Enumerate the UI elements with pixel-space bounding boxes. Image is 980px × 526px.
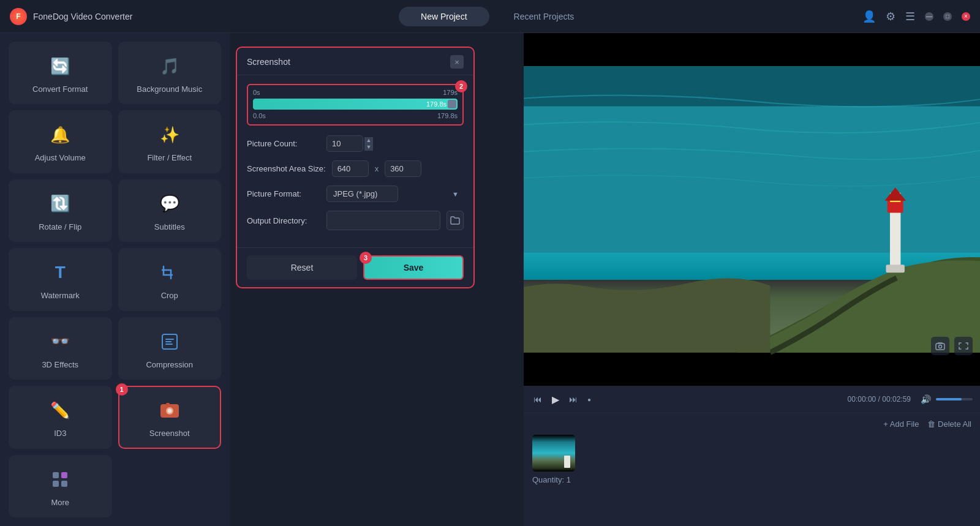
sidebar-item-more[interactable]: More bbox=[9, 455, 112, 517]
user-icon[interactable]: 👤 bbox=[862, 10, 876, 23]
recent-projects-tab[interactable]: Recent Projects bbox=[492, 7, 597, 26]
modal-footer: Reset 3 Save bbox=[237, 247, 473, 287]
compression-label: Compression bbox=[146, 360, 193, 369]
picture-format-label: Picture Format: bbox=[247, 189, 320, 198]
timeline-bottom-labels: 0.0s 179.8s bbox=[253, 112, 458, 119]
svg-rect-8 bbox=[61, 481, 67, 487]
3d-effects-label: 3D Effects bbox=[42, 360, 78, 369]
spinner-up-button[interactable]: ▲ bbox=[364, 137, 373, 144]
titlebar-center: New Project Recent Projects bbox=[399, 7, 596, 26]
time-display: 00:00:00 / 00:02:59 bbox=[848, 395, 911, 404]
picture-count-input[interactable] bbox=[326, 135, 363, 152]
height-input[interactable] bbox=[385, 160, 421, 177]
rotate-flip-icon: 🔃 bbox=[47, 190, 74, 217]
volume-bar[interactable] bbox=[936, 398, 973, 400]
svg-rect-9 bbox=[524, 33, 980, 66]
video-overlay-icons bbox=[931, 337, 973, 355]
titlebar-right: 👤 ⚙ ☰ — □ × bbox=[862, 10, 970, 23]
file-list: Quantity: 1 bbox=[532, 435, 971, 484]
screenshot-overlay-button[interactable] bbox=[931, 337, 949, 355]
fullscreen-button[interactable] bbox=[954, 337, 973, 355]
modal-close-button[interactable]: × bbox=[450, 55, 464, 69]
new-project-tab[interactable]: New Project bbox=[399, 7, 489, 26]
output-directory-label: Output Directory: bbox=[247, 216, 320, 225]
titlebar: F FoneDog Video Converter New Project Re… bbox=[0, 0, 980, 33]
sidebar-item-adjust-volume[interactable]: 🔔 Adjust Volume bbox=[9, 110, 112, 173]
sidebar-item-watermark[interactable]: T Watermark bbox=[9, 248, 112, 310]
add-file-button[interactable]: + Add File bbox=[883, 419, 919, 429]
output-directory-input[interactable] bbox=[326, 211, 440, 230]
size-x-separator: x bbox=[375, 164, 379, 173]
crop-label: Crop bbox=[161, 291, 178, 300]
svg-rect-13 bbox=[890, 206, 900, 266]
sidebar-item-compression[interactable]: Compression bbox=[118, 317, 222, 380]
modal-title: Screenshot bbox=[247, 57, 290, 67]
record-button[interactable]: ● bbox=[585, 394, 594, 405]
save-button[interactable]: Save bbox=[364, 257, 462, 279]
maximize-button[interactable]: □ bbox=[943, 12, 952, 21]
timeline-container: 2 0s 179s 179.8s 0.0s 179.8s bbox=[247, 84, 464, 126]
sidebar-item-convert-format[interactable]: 🔄 Convert Format bbox=[9, 42, 112, 104]
folder-browse-button[interactable] bbox=[447, 211, 464, 230]
background-music-icon: 🎵 bbox=[156, 53, 183, 80]
timeline-end-label: 179s bbox=[443, 89, 458, 96]
file-thumbnail[interactable] bbox=[532, 435, 575, 472]
background-music-label: Background Music bbox=[137, 85, 202, 94]
spinner-down-button[interactable]: ▼ bbox=[364, 144, 373, 151]
svg-rect-10 bbox=[524, 353, 980, 386]
compression-icon bbox=[156, 328, 183, 355]
titlebar-left: F FoneDog Video Converter bbox=[10, 8, 132, 25]
main-layout: 🔄 Convert Format 🎵 Background Music 🔔 Ad… bbox=[0, 33, 980, 526]
screenshot-modal: Screenshot × 2 0s 179s 179.8s bbox=[236, 47, 475, 288]
picture-format-row: Picture Format: JPEG (*.jpg) PNG (*.png)… bbox=[247, 186, 464, 202]
play-button[interactable]: ▶ bbox=[549, 391, 562, 408]
skip-to-start-button[interactable]: ⏮ bbox=[531, 392, 545, 407]
timeline-thumb[interactable] bbox=[448, 100, 456, 108]
sidebar-item-rotate-flip[interactable]: 🔃 Rotate / Flip bbox=[9, 179, 112, 242]
step-2-badge: 2 bbox=[455, 80, 467, 92]
format-select[interactable]: JPEG (*.jpg) PNG (*.png) BMP (*.bmp) bbox=[326, 186, 398, 202]
filter-effect-label: Filter / Effect bbox=[147, 153, 192, 162]
video-controls: ⏮ ▶ ⏭ ● 00:00:00 / 00:02:59 🔊 bbox=[524, 386, 980, 413]
file-manager: + Add File 🗑 Delete All Quantity: 1 bbox=[524, 413, 980, 526]
sidebar-item-subtitles[interactable]: 💬 Subtitles bbox=[118, 179, 222, 242]
svg-rect-4 bbox=[166, 403, 170, 405]
chevron-down-icon: ▼ bbox=[452, 190, 459, 198]
timeline-start-label: 0s bbox=[253, 89, 260, 96]
sidebar-item-background-music[interactable]: 🎵 Background Music bbox=[118, 42, 222, 104]
gear-icon[interactable]: ⚙ bbox=[886, 10, 895, 23]
more-icon bbox=[47, 466, 74, 493]
timeline-top-labels: 0s 179s bbox=[253, 89, 458, 96]
volume-icon: 🔊 bbox=[921, 394, 931, 404]
id3-icon: ✏️ bbox=[47, 397, 74, 424]
right-panel: ⏮ ▶ ⏭ ● 00:00:00 / 00:02:59 🔊 + Add File… bbox=[524, 33, 980, 526]
delete-all-button[interactable]: 🗑 Delete All bbox=[927, 419, 971, 429]
skip-to-end-button[interactable]: ⏭ bbox=[567, 392, 580, 407]
id3-label: ID3 bbox=[54, 429, 66, 438]
menu-icon[interactable]: ☰ bbox=[905, 10, 915, 23]
output-directory-row: Output Directory: bbox=[247, 211, 464, 230]
timeline-track[interactable]: 179.8s bbox=[253, 99, 458, 110]
minimize-button[interactable]: — bbox=[925, 12, 933, 21]
file-manager-header: + Add File 🗑 Delete All bbox=[532, 419, 971, 429]
svg-rect-12 bbox=[524, 66, 980, 106]
volume-fill bbox=[936, 398, 962, 400]
spinner-buttons: ▲ ▼ bbox=[364, 137, 373, 151]
video-preview bbox=[524, 33, 980, 386]
sidebar-item-screenshot[interactable]: 1 Screenshot bbox=[118, 386, 222, 448]
reset-button[interactable]: Reset bbox=[247, 255, 357, 280]
close-button[interactable]: × bbox=[962, 12, 970, 21]
width-input[interactable] bbox=[332, 160, 369, 177]
3d-effects-icon: 👓 bbox=[47, 328, 74, 355]
sidebar-item-filter-effect[interactable]: ✨ Filter / Effect bbox=[118, 110, 222, 173]
picture-count-label: Picture Count: bbox=[247, 139, 320, 148]
step-3-badge: 3 bbox=[360, 252, 372, 264]
crop-icon bbox=[156, 259, 183, 286]
adjust-volume-label: Adjust Volume bbox=[35, 153, 86, 162]
sidebar-item-id3[interactable]: ✏️ ID3 bbox=[9, 386, 112, 448]
app-logo: F bbox=[10, 8, 27, 25]
subtitles-icon: 💬 bbox=[156, 190, 183, 217]
timeline-bottom-end: 179.8s bbox=[437, 112, 458, 119]
sidebar-item-3d-effects[interactable]: 👓 3D Effects bbox=[9, 317, 112, 380]
sidebar-item-crop[interactable]: Crop bbox=[118, 248, 222, 310]
